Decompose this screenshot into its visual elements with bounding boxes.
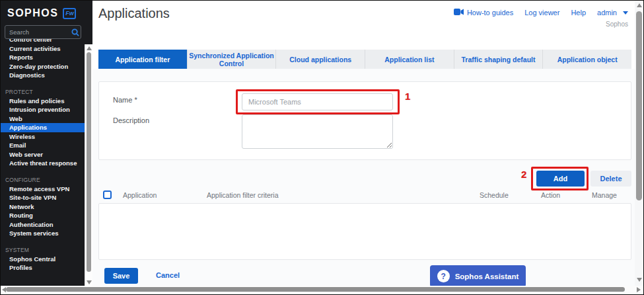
select-all-checkbox[interactable]: [103, 190, 112, 199]
sidebar-item-routing[interactable]: Routing: [1, 211, 92, 220]
help-link[interactable]: Help: [571, 9, 586, 17]
sidebar-search[interactable]: [5, 25, 81, 39]
column-header-filter-criteria: Application filter criteria: [207, 191, 279, 199]
tab-synchronized-application-control[interactable]: Synchronized Application Control: [188, 50, 277, 69]
filter-form-panel: Name * 1 Description: [98, 81, 631, 160]
scroll-down-icon[interactable]: [87, 280, 92, 284]
sidebar-item-reports[interactable]: Reports: [1, 53, 92, 62]
org-label: Sophos: [606, 21, 628, 28]
column-header-action: Action: [541, 191, 560, 199]
sidebar-nav: MONITOR & ANALYZEControl centerCurrent a…: [1, 19, 92, 273]
tab-application-object[interactable]: Application object: [543, 50, 631, 69]
firewall-badge: Fw: [63, 8, 76, 19]
howto-guides-link[interactable]: How-to guides: [454, 9, 513, 17]
description-label: Description: [113, 116, 149, 124]
sidebar-section-title: CONFIGURE: [1, 176, 92, 185]
howto-guides-label: How-to guides: [467, 9, 513, 17]
sophos-assistant-label: Sophos Assistant: [455, 273, 519, 280]
sidebar-section-title: SYSTEM: [1, 246, 92, 255]
description-textarea[interactable]: [242, 114, 393, 149]
sidebar-scrollbar-thumb[interactable]: [87, 52, 91, 272]
sophos-assistant-button[interactable]: ? Sophos Assistant: [430, 265, 526, 287]
sidebar-item-sophos-central[interactable]: Sophos Central: [1, 255, 92, 264]
sidebar-item-email[interactable]: Email: [1, 141, 92, 150]
admin-menu[interactable]: admin: [597, 9, 628, 17]
scroll-up-icon[interactable]: [637, 3, 642, 7]
tab-application-filter[interactable]: Application filter: [98, 50, 188, 69]
log-viewer-link[interactable]: Log viewer: [524, 9, 559, 17]
add-button[interactable]: Add: [536, 171, 585, 187]
log-viewer-label: Log viewer: [524, 9, 559, 17]
sidebar-item-wireless[interactable]: Wireless: [1, 132, 92, 142]
sidebar-item-system-services[interactable]: System services: [1, 229, 92, 238]
search-icon[interactable]: [70, 28, 81, 36]
annotation-step-2: 2: [521, 169, 526, 180]
column-header-schedule: Schedule: [480, 191, 509, 199]
sidebar-item-current-activities[interactable]: Current activities: [1, 44, 92, 54]
main-scrollbar-thumb[interactable]: [636, 11, 642, 200]
horizontal-scrollbar[interactable]: [1, 286, 643, 294]
main-content: Applications How-to guides Log viewer He…: [92, 1, 635, 286]
search-input[interactable]: [5, 28, 70, 36]
sophos-logo: SOPHOS: [7, 7, 58, 19]
sidebar-item-zero-day-protection[interactable]: Zero-day protection: [1, 62, 92, 71]
scroll-up-icon[interactable]: [87, 46, 92, 50]
column-header-manage: Manage: [592, 191, 617, 199]
name-label: Name *: [113, 96, 137, 104]
header-links: How-to guides Log viewer Help admin: [454, 9, 628, 17]
screenshot-root: SOPHOS Fw MONITOR & ANALYZEControl cente…: [0, 0, 644, 295]
sidebar-item-active-threat-response[interactable]: Active threat response: [1, 159, 92, 168]
name-input[interactable]: [242, 93, 393, 110]
horizontal-scrollbar-thumb[interactable]: [6, 287, 625, 292]
sidebar-scrollbar[interactable]: [85, 44, 92, 286]
save-button[interactable]: Save: [104, 268, 138, 284]
sidebar-item-network[interactable]: Network: [1, 202, 92, 212]
tab-bar: Application filter Synchronized Applicat…: [98, 50, 631, 69]
video-camera-icon: [454, 9, 464, 17]
sidebar-item-site-to-site-vpn[interactable]: Site-to-site VPN: [1, 193, 92, 202]
sidebar-item-remote-access-vpn[interactable]: Remote access VPN: [1, 185, 92, 194]
annotation-step-1: 1: [405, 91, 410, 102]
tab-cloud-applications[interactable]: Cloud applications: [276, 50, 365, 69]
sidebar-item-web[interactable]: Web: [1, 114, 92, 124]
sidebar-item-web-server[interactable]: Web server: [1, 150, 92, 159]
page-title: Applications: [98, 6, 170, 21]
sidebar-section-title: PROTECT: [1, 88, 92, 97]
tab-application-list[interactable]: Application list: [365, 50, 454, 69]
question-bubble-icon: ?: [437, 270, 450, 282]
sidebar-item-authentication[interactable]: Authentication: [1, 220, 92, 230]
main-vertical-scrollbar[interactable]: [635, 1, 643, 286]
scroll-down-icon[interactable]: [637, 278, 642, 282]
sidebar-item-applications[interactable]: Applications: [1, 123, 92, 132]
admin-label: admin: [597, 9, 617, 17]
filter-table-body: [98, 203, 631, 260]
tab-traffic-shaping-default[interactable]: Traffic shaping default: [454, 50, 544, 69]
delete-button[interactable]: Delete: [590, 171, 631, 187]
sidebar-item-diagnostics[interactable]: Diagnostics: [1, 71, 92, 80]
sidebar: SOPHOS Fw MONITOR & ANALYZEControl cente…: [1, 1, 92, 286]
logo-row: SOPHOS Fw: [1, 1, 92, 19]
cancel-button[interactable]: Cancel: [156, 271, 180, 279]
scroll-right-icon[interactable]: [637, 287, 641, 292]
sidebar-item-profiles[interactable]: Profiles: [1, 263, 92, 273]
sidebar-item-rules-and-policies[interactable]: Rules and policies: [1, 97, 92, 106]
column-header-application: Application: [123, 191, 157, 199]
sidebar-item-intrusion-prevention[interactable]: Intrusion prevention: [1, 105, 92, 114]
chevron-down-icon: [623, 11, 628, 15]
help-label: Help: [571, 9, 586, 17]
